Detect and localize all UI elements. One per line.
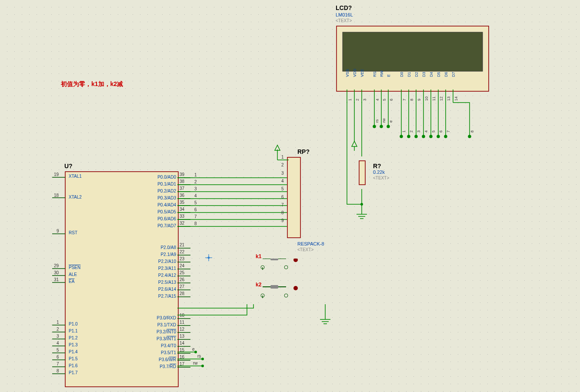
svg-point-57 — [293, 259, 298, 262]
svg-rect-58 — [270, 259, 278, 260]
svg-point-101 — [437, 135, 440, 138]
svg-point-74 — [201, 365, 204, 367]
lcd-component — [335, 24, 491, 94]
lcd-name: LCD? — [336, 4, 352, 11]
pin-label: ALE — [69, 272, 77, 277]
pin-label: EA — [69, 279, 74, 284]
pin-label: RST — [69, 230, 77, 235]
svg-point-63 — [293, 286, 298, 290]
respack-name: RP? — [297, 148, 310, 155]
pin-label: P1.1 — [69, 329, 78, 333]
pin-num: 7 — [57, 362, 59, 366]
pin-num: 31 — [54, 277, 59, 282]
svg-point-97 — [422, 135, 425, 138]
svg-point-99 — [430, 135, 432, 138]
pin-num: 9 — [57, 229, 59, 233]
lcd-part: LM016L — [336, 12, 353, 17]
pin-num: 4 — [57, 341, 59, 345]
svg-rect-112 — [359, 161, 365, 185]
switches[interactable] — [257, 259, 304, 302]
pin-num: 30 — [54, 270, 59, 275]
pin-num: 1 — [57, 320, 59, 325]
pin-num: 19 — [54, 172, 59, 177]
svg-point-72 — [201, 358, 204, 360]
pin-label: P1.2 — [69, 336, 78, 340]
resistor-component — [357, 156, 370, 191]
svg-point-62 — [284, 294, 288, 297]
net-label: e — [192, 347, 195, 352]
pin-num: 18 — [54, 193, 59, 198]
pin-label: P1.3 — [69, 342, 78, 347]
svg-point-56 — [284, 266, 288, 269]
pin-label: P1.6 — [69, 363, 78, 368]
svg-marker-106 — [352, 141, 357, 146]
respack-part: RESPACK-8 — [297, 241, 324, 246]
annotation-text: 初值为零，k1加，k2减 — [61, 80, 123, 88]
svg-point-103 — [444, 135, 447, 138]
svg-rect-80 — [343, 32, 483, 71]
lcd-text: <TEXT> — [336, 18, 352, 23]
resistor-text: <TEXT> — [373, 176, 389, 180]
pin-label: P1.5 — [69, 356, 78, 361]
pin-num: 3 — [57, 334, 59, 339]
pin-label: P1.7 — [69, 370, 78, 375]
svg-rect-64 — [270, 285, 278, 289]
svg-point-87 — [380, 125, 383, 128]
button-wires — [177, 304, 334, 343]
pin-num: 6 — [57, 355, 59, 359]
pin-num: 2 — [57, 327, 59, 332]
pin-label: P1.4 — [69, 349, 78, 354]
net-label: rs — [197, 354, 201, 359]
svg-point-91 — [400, 135, 403, 138]
net-label: rw — [193, 361, 198, 365]
power-symbol — [270, 143, 291, 161]
resistor-name: R? — [373, 163, 381, 169]
svg-point-105 — [468, 135, 471, 138]
pin-label: XTAL1 — [69, 174, 82, 179]
svg-point-95 — [415, 135, 417, 138]
respack-text: <TEXT> — [297, 247, 313, 252]
resistor-value: 0.22k — [373, 169, 385, 175]
pin-num: 8 — [57, 369, 59, 373]
pin-label: XTAL2 — [69, 195, 82, 199]
svg-point-93 — [407, 135, 410, 138]
svg-point-89 — [387, 125, 390, 128]
pin-label: P1.0 — [69, 322, 78, 326]
origin-marker — [205, 254, 212, 261]
pin-num: 29 — [54, 263, 59, 268]
pin-label: PSEN — [69, 265, 80, 270]
pin-num: 5 — [57, 348, 59, 352]
